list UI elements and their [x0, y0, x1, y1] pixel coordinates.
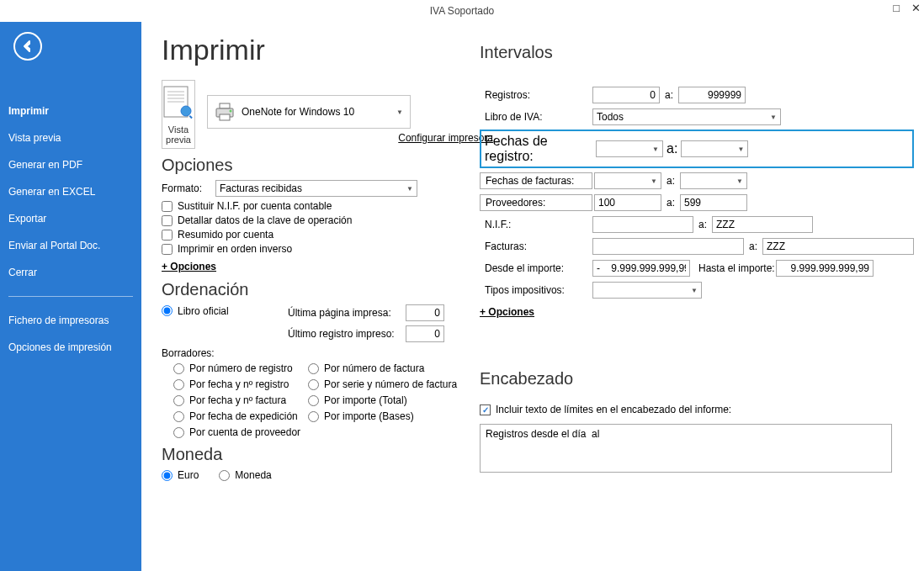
chevron-down-icon: ▼: [737, 145, 744, 153]
close-icon[interactable]: ✕: [911, 2, 921, 14]
formato-label: Formato:: [162, 182, 215, 194]
ultima-pagina-label: Última página impresa:: [288, 307, 406, 319]
fechas-reg-from[interactable]: ▼: [596, 140, 663, 157]
radio-euro[interactable]: Euro: [162, 469, 199, 481]
svg-rect-7: [220, 103, 230, 108]
printer-select[interactable]: OneNote for Windows 10 ▼: [207, 95, 411, 129]
svg-point-5: [181, 106, 191, 116]
facturas-to-input[interactable]: [762, 238, 914, 255]
cb-detallar[interactable]: Detallar datos de la clave de operación: [162, 214, 454, 226]
svg-rect-9: [220, 114, 230, 120]
cb-resumido[interactable]: Resumido por cuenta: [162, 229, 454, 241]
document-preview-icon: [162, 86, 194, 121]
tipos-impositivos-label: Tipos impositivos:: [480, 283, 592, 298]
cb-orden-inverso[interactable]: Imprimir en orden inverso: [162, 243, 454, 255]
fechas-registro-highlight: Fechas de registro: ▼ a: ▼: [480, 130, 914, 168]
proveedores-from-input[interactable]: [594, 194, 661, 211]
sidebar-item-excel[interactable]: Generar en EXCEL: [0, 178, 141, 205]
registros-from-input[interactable]: [592, 87, 660, 103]
opciones-heading: Opciones: [162, 156, 454, 175]
sidebar-item-portal[interactable]: Enviar al Portal Doc.: [0, 232, 141, 259]
printer-icon: [215, 103, 235, 121]
facturas-from-input[interactable]: [592, 238, 744, 255]
registros-to-input[interactable]: [678, 87, 746, 103]
fechas-registro-label: Fechas de registro:: [485, 134, 592, 164]
borradores-label: Borradores:: [162, 347, 454, 359]
sidebar-item-opciones-imp[interactable]: Opciones de impresión: [0, 334, 141, 361]
sidebar: Imprimir Vista previa Generar en PDF Gen…: [0, 22, 141, 571]
radio-importe-total[interactable]: Por importe (Total): [308, 394, 459, 406]
encabezado-textarea[interactable]: [480, 424, 892, 473]
desde-importe-input[interactable]: [592, 260, 690, 277]
back-button[interactable]: [13, 32, 42, 61]
hasta-importe-input[interactable]: [776, 260, 874, 277]
vista-previa-button[interactable]: Vista previa: [162, 80, 195, 149]
radio-moneda[interactable]: Moneda: [219, 469, 271, 481]
moneda-heading: Moneda: [162, 445, 454, 464]
window-title: IVA Soportado: [430, 5, 495, 17]
intervalos-heading: Intervalos: [480, 43, 914, 62]
svg-point-10: [230, 110, 232, 113]
nif-from-input[interactable]: [592, 216, 693, 233]
radio-serie-factura[interactable]: Por serie y número de factura: [308, 378, 459, 390]
chevron-down-icon: ▼: [691, 287, 698, 294]
intervalos-more-link[interactable]: + Opciones: [480, 306, 534, 318]
radio-fecha-factura[interactable]: Por fecha y nº factura: [173, 394, 308, 406]
libro-iva-select[interactable]: Todos▼: [592, 108, 781, 125]
ultima-pagina-input[interactable]: [406, 304, 444, 321]
radio-fecha-registro[interactable]: Por fecha y nº registro: [173, 378, 308, 390]
fechas-facturas-label: Fechas de facturas:: [480, 172, 592, 189]
chevron-down-icon: ▼: [396, 108, 403, 116]
sidebar-item-vista-previa[interactable]: Vista previa: [0, 124, 141, 151]
sidebar-item-exportar[interactable]: Exportar: [0, 205, 141, 232]
fechas-fac-from[interactable]: ▼: [594, 172, 661, 189]
opciones-more-link[interactable]: + Opciones: [162, 261, 216, 272]
chevron-down-icon: ▼: [651, 177, 657, 185]
hasta-importe-label: Hasta el importe:: [698, 262, 776, 274]
radio-fecha-expedicion[interactable]: Por fecha de expedición: [173, 410, 308, 422]
svg-rect-6: [189, 115, 193, 119]
sidebar-item-imprimir[interactable]: Imprimir: [0, 98, 141, 124]
nif-label: N.I.F.:: [480, 217, 592, 232]
desde-importe-label: Desde el importe:: [480, 261, 592, 276]
ultimo-registro-label: Último registro impreso:: [288, 328, 406, 340]
fechas-fac-to[interactable]: ▼: [680, 172, 747, 189]
tipos-impositivos-select[interactable]: ▼: [592, 282, 702, 299]
configurar-impresora-link[interactable]: Configurar impresora: [207, 132, 493, 144]
nif-to-input[interactable]: [712, 216, 813, 233]
proveedores-label: Proveedores:: [480, 194, 592, 211]
chevron-down-icon: ▼: [652, 145, 659, 153]
libro-iva-label: Libro de IVA:: [480, 109, 592, 124]
proveedores-to-input[interactable]: [680, 194, 747, 211]
ultimo-registro-input[interactable]: [406, 325, 444, 342]
sidebar-item-cerrar[interactable]: Cerrar: [0, 259, 141, 286]
ordenacion-heading: Ordenación: [162, 280, 454, 299]
fechas-reg-to[interactable]: ▼: [681, 140, 748, 157]
chevron-down-icon: ▼: [770, 114, 777, 121]
registros-label: Registros:: [480, 87, 592, 103]
maximize-icon[interactable]: □: [893, 2, 900, 14]
chevron-down-icon: ▼: [736, 177, 743, 185]
sidebar-item-fichero[interactable]: Fichero de impresoras: [0, 307, 141, 334]
radio-num-factura[interactable]: Por número de factura: [308, 362, 459, 374]
encabezado-heading: Encabezado: [480, 369, 914, 389]
radio-num-registro[interactable]: Por número de registro: [173, 362, 308, 374]
chevron-down-icon: ▼: [406, 185, 413, 193]
radio-libro-oficial[interactable]: Libro oficial: [162, 305, 288, 317]
cb-sustituir-nif[interactable]: Sustituir N.I.F. por cuenta contable: [162, 200, 454, 212]
radio-cuenta-proveedor[interactable]: Por cuenta de proveedor: [173, 426, 308, 438]
formato-select[interactable]: Facturas recibidas▼: [215, 180, 417, 197]
checkmark-icon: ✓: [480, 404, 491, 415]
radio-importe-bases[interactable]: Por importe (Bases): [308, 410, 459, 422]
facturas-label: Facturas:: [480, 239, 592, 254]
titlebar: IVA Soportado □ ✕: [0, 0, 924, 22]
cb-incluir-texto[interactable]: ✓ Incluir texto de límites en el encabez…: [480, 404, 914, 415]
sidebar-item-pdf[interactable]: Generar en PDF: [0, 151, 141, 178]
